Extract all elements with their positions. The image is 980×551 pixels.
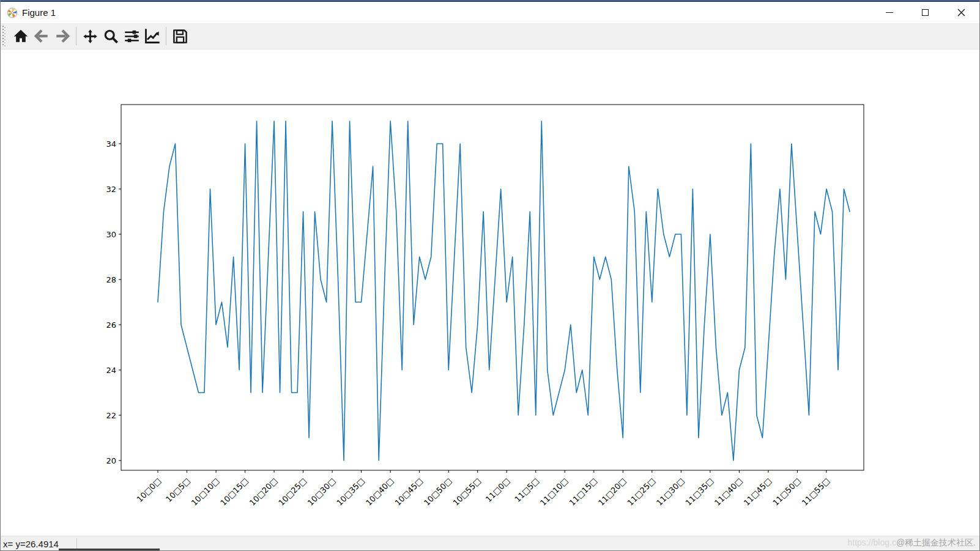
y-tick-label: 28 [106, 275, 116, 284]
toolbar-separator [76, 27, 76, 45]
y-tick-label: 30 [106, 230, 116, 239]
x-tick-label: 10□50□ [422, 476, 453, 508]
figure-window: Figure 1 [0, 0, 980, 551]
zoom-button[interactable] [100, 26, 121, 46]
y-tick-label: 22 [106, 411, 116, 420]
x-tick-label: 10□35□ [335, 476, 366, 508]
y-tick-label: 32 [106, 185, 116, 194]
x-tick-label: 10□45□ [393, 476, 424, 508]
axes-frame [121, 105, 864, 470]
x-tick-label: 11□10□ [538, 476, 570, 508]
figure-canvas[interactable]: 202224262830323410□0□10□5□10□10□10□15□10… [1, 50, 980, 536]
save-button[interactable] [169, 26, 190, 46]
x-tick-label: 11□45□ [742, 476, 773, 508]
y-tick-label: 24 [106, 366, 116, 375]
watermark-url: https://blog.c [848, 538, 896, 547]
x-tick-label: 11□55□ [800, 476, 831, 508]
back-arrow-icon [34, 28, 50, 44]
toolbar-grip[interactable] [2, 26, 6, 46]
minimize-icon [886, 12, 893, 13]
window-controls [871, 2, 979, 23]
line-chart: 202224262830323410□0□10□5□10□10□10□15□10… [1, 50, 980, 536]
maximize-button[interactable] [907, 2, 943, 23]
navigation-toolbar [1, 23, 979, 50]
watermark: https://blog.c@稀土掘金技术社区. [848, 538, 976, 549]
x-tick-label: 11□35□ [684, 476, 715, 508]
x-tick-label: 11□0□ [484, 476, 512, 505]
x-tick-label: 10□5□ [164, 476, 192, 505]
titlebar[interactable]: Figure 1 [1, 2, 979, 23]
x-tick-label: 11□20□ [596, 476, 628, 508]
home-button[interactable] [10, 26, 31, 46]
y-tick-label: 26 [106, 320, 116, 330]
minimize-button[interactable] [871, 2, 907, 23]
floppy-save-icon [172, 28, 188, 45]
line-chart-icon [144, 28, 161, 45]
back-button[interactable] [31, 26, 52, 46]
forward-arrow-icon [54, 28, 70, 44]
watermark-community: @稀土掘金技术社区. [896, 538, 976, 547]
home-icon [13, 28, 29, 44]
x-tick-label: 11□30□ [655, 476, 686, 508]
x-tick-label: 10□30□ [306, 476, 337, 508]
taskbar-edge [59, 549, 160, 550]
pan-button[interactable] [80, 26, 100, 46]
x-tick-label: 11□40□ [713, 476, 744, 508]
y-tick-label: 34 [106, 139, 116, 149]
customize-plot-button[interactable] [142, 26, 163, 46]
x-tick-label: 11□5□ [513, 476, 541, 505]
y-tick-label: 20 [106, 456, 116, 465]
x-tick-label: 10□20□ [248, 476, 279, 508]
x-tick-label: 11□50□ [771, 476, 802, 508]
matplotlib-logo-icon [7, 7, 18, 18]
x-tick-label: 10□0□ [135, 476, 163, 505]
x-tick-label: 11□25□ [626, 476, 657, 508]
x-tick-label: 10□15□ [218, 476, 250, 508]
toolbar-separator [166, 27, 166, 45]
x-tick-label: 11□15□ [568, 476, 599, 508]
sliders-icon [124, 28, 140, 45]
maximize-icon [922, 9, 929, 16]
close-icon [957, 9, 965, 17]
configure-subplots-button[interactable] [121, 26, 142, 46]
x-tick-label: 10□25□ [277, 476, 308, 508]
magnifier-icon [103, 28, 119, 45]
forward-button[interactable] [52, 26, 73, 46]
pan-move-icon [82, 28, 98, 45]
window-title: Figure 1 [22, 7, 56, 18]
cursor-coordinates: x= y=26.4914 [3, 536, 59, 551]
x-tick-label: 10□55□ [451, 476, 482, 508]
x-tick-label: 10□40□ [364, 476, 395, 508]
close-button[interactable] [943, 2, 979, 23]
x-tick-label: 10□10□ [190, 476, 221, 508]
